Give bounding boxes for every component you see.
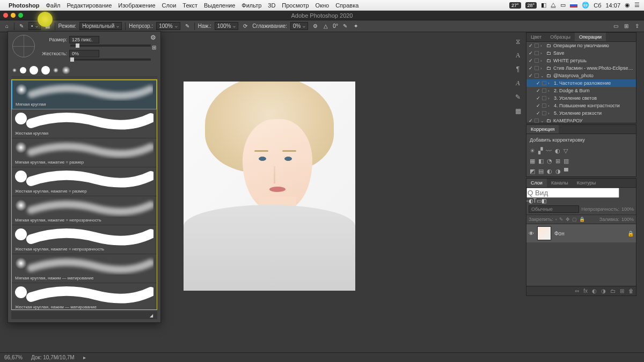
resize-grip[interactable]: ◢	[150, 313, 153, 318]
disclosure-icon[interactable]: ›	[548, 81, 552, 86]
chevron-right-icon[interactable]: ▸	[83, 354, 86, 360]
lock-artboard-icon[interactable]: ▢	[572, 217, 577, 222]
disclosure-icon[interactable]: ›	[540, 51, 545, 56]
panel-icon-swatch[interactable]: ▦	[513, 106, 523, 116]
tab-color[interactable]: Цвет	[526, 33, 546, 41]
search-icon[interactable]: ⊞	[623, 23, 630, 30]
action-row[interactable]: ✓›🗀Стив Ласмин - www.Photo-Eclipse.ru - …	[526, 64, 636, 72]
close-window-button[interactable]	[3, 13, 8, 18]
symmetry-icon[interactable]: ✦	[352, 23, 360, 30]
filter-smart-icon[interactable]: ◧	[541, 198, 546, 204]
tab-corrections[interactable]: Коррекция	[526, 125, 559, 134]
adj-layer-icon[interactable]: ◑	[601, 288, 606, 294]
weather-widget-1[interactable]: 27°	[509, 2, 521, 9]
minimize-window-button[interactable]	[11, 13, 16, 18]
disclosure-icon[interactable]: ⌄	[540, 119, 545, 123]
menu-text[interactable]: Текст	[182, 2, 197, 9]
disclosure-icon[interactable]: ⌄	[540, 73, 545, 78]
lock-pixels-icon[interactable]: ▫	[555, 217, 557, 222]
brush-preset-item[interactable]: Мягкая круглая, нажатие = размер	[12, 138, 157, 167]
panel-options-icon[interactable]: ⚙	[150, 34, 156, 41]
check-icon[interactable]: ✓	[536, 103, 540, 108]
check-icon[interactable]: ✓	[529, 118, 533, 123]
preset-6[interactable]	[62, 66, 70, 75]
preset-1[interactable]	[12, 68, 17, 72]
smoothing-input[interactable]: 0%⌵	[290, 22, 308, 30]
menu-image[interactable]: Изображение	[118, 2, 155, 9]
disclosure-icon[interactable]: ›	[548, 88, 552, 93]
visibility-icon[interactable]: 👁	[529, 231, 534, 237]
layer-opacity-value[interactable]: 100%	[621, 206, 634, 212]
panel-icon-char[interactable]: A	[513, 50, 523, 60]
adj-thresh-icon[interactable]: ◐	[547, 168, 552, 175]
brush-tool-icon[interactable]: ✎	[18, 23, 25, 30]
weather-widget-2[interactable]: 28°	[525, 2, 537, 9]
disclosure-icon[interactable]: ›	[540, 58, 545, 63]
size-value[interactable]: 125 пикс.	[69, 36, 99, 43]
preset-2[interactable]	[20, 67, 26, 73]
preset-5[interactable]	[53, 68, 58, 73]
panel-icon-paragraph[interactable]: ¶	[513, 64, 523, 74]
action-row[interactable]: ✓›🗀Операции по умолчанию	[526, 42, 636, 49]
lock-pos-icon[interactable]: ✥	[566, 217, 570, 222]
brush-preset-item[interactable]: Мягкая круглая, нажим — матирование	[12, 254, 157, 283]
adj-hue-icon[interactable]: ▦	[530, 158, 535, 165]
layer-blend-select[interactable]: Обычные	[529, 205, 579, 213]
action-row[interactable]: ✓›3. Усиление светов	[526, 94, 636, 102]
action-row[interactable]: ✓›🗀Save	[526, 49, 636, 57]
brush-preset-item[interactable]: Мягкая круглая, нажатие = непрозрачность	[12, 196, 157, 225]
menu-filter[interactable]: Фильтр	[241, 2, 261, 9]
action-row[interactable]: ✓›5. Усиление резкости	[526, 109, 636, 117]
adj-lut-icon[interactable]: ▥	[564, 158, 569, 165]
menu-file[interactable]: Файл	[46, 2, 60, 9]
hardness-slider[interactable]	[70, 58, 151, 61]
status-icon[interactable]: ◧	[541, 2, 546, 9]
adj-vibrance-icon[interactable]: ▽	[564, 147, 568, 154]
pressure-size-icon[interactable]: ✎	[341, 23, 349, 30]
dialog-toggle[interactable]	[535, 58, 539, 63]
disclosure-icon[interactable]: ›	[548, 104, 552, 108]
lock-icon[interactable]: 🔒	[627, 231, 634, 237]
smoothing-options-icon[interactable]: ⚙	[311, 23, 319, 30]
new-preset-icon[interactable]: ⊞	[152, 45, 156, 50]
layer-fill-value[interactable]: 100%	[621, 217, 634, 222]
dialog-toggle[interactable]	[535, 66, 539, 70]
battery-icon[interactable]: ▭	[560, 2, 566, 9]
dialog-toggle[interactable]	[542, 96, 546, 100]
brush-preset-item[interactable]: Жесткая круглая	[12, 109, 157, 138]
layer-thumbnail[interactable]	[537, 226, 551, 240]
adj-curves-icon[interactable]: 〰	[546, 147, 552, 154]
fx-icon[interactable]: fx	[583, 288, 588, 294]
check-icon[interactable]: ✓	[536, 110, 540, 116]
menu-layers[interactable]: Слои	[162, 2, 177, 9]
wifi-icon[interactable]: ⧋	[551, 2, 556, 9]
check-icon[interactable]: ✓	[529, 43, 533, 48]
dialog-toggle[interactable]	[542, 88, 546, 93]
menu-edit[interactable]: Редактирование	[67, 2, 112, 9]
adj-levels-icon[interactable]: ▞	[538, 147, 543, 154]
layer-filter-input[interactable]	[526, 188, 619, 198]
tab-swatches[interactable]: Образцы	[546, 33, 575, 41]
blend-mode-select[interactable]: Нормальный⌵	[79, 22, 122, 30]
menu-select[interactable]: Выделение	[204, 2, 235, 9]
brush-list[interactable]: Мягкая круглаяЖесткая круглаяМягкая круг…	[11, 79, 157, 310]
lock-all-icon[interactable]: 🔒	[579, 217, 585, 222]
zoom-level[interactable]: 66,67%	[4, 354, 23, 360]
airbrush-icon[interactable]: ⟳	[241, 23, 249, 30]
brush-preset-item[interactable]: Жесткая круглая, нажим — матирование	[12, 283, 157, 310]
dialog-toggle[interactable]	[535, 73, 539, 78]
menu-help[interactable]: Справка	[335, 2, 358, 9]
dialog-toggle[interactable]	[542, 111, 546, 115]
adj-photo-icon[interactable]: ◔	[547, 158, 552, 165]
check-icon[interactable]: ✓	[529, 58, 533, 63]
action-row[interactable]: ✓›1. Частотное разложение	[526, 79, 636, 87]
disclosure-icon[interactable]: ›	[540, 66, 545, 71]
home-icon[interactable]: ⌂	[3, 23, 11, 30]
language-icon[interactable]: 🌐	[582, 2, 589, 9]
dialog-toggle[interactable]	[535, 119, 539, 123]
check-icon[interactable]: ✓	[536, 95, 540, 101]
siri-icon[interactable]: ◉	[625, 2, 630, 9]
check-icon[interactable]: ✓	[529, 65, 533, 71]
tab-layers[interactable]: Слои	[526, 179, 547, 187]
pressure-opacity-icon[interactable]: ✎	[184, 23, 191, 30]
